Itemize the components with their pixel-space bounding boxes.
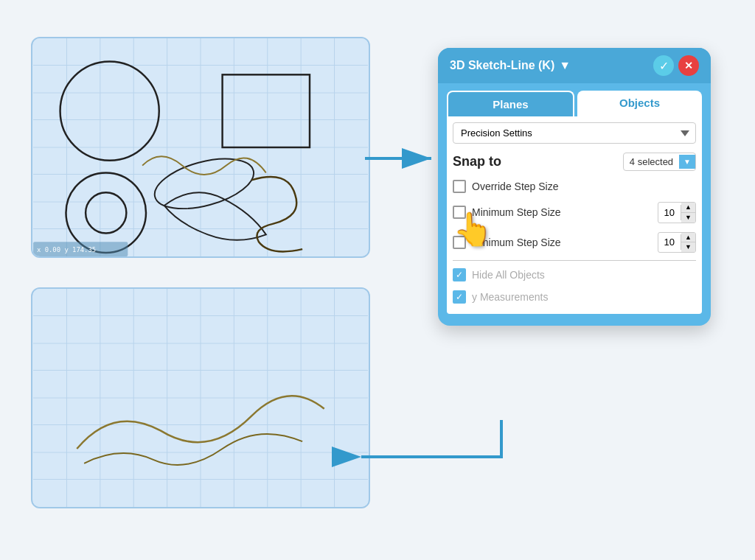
close-icon: ✕ [684,60,693,71]
snap-to-label: Snap to [453,154,501,169]
svg-text:x 0.00  y 174.35: x 0.00 y 174.35 [37,246,96,253]
close-button[interactable]: ✕ [678,55,699,76]
snap-badge-dropdown-icon: ▼ [679,155,695,169]
minimum-step-size-1-up-button[interactable]: ▲ [681,203,695,213]
top-canvas-panel: x 0.00 y 174.35 [31,37,370,258]
minimum-step-size-2-checkbox[interactable] [453,236,466,249]
precision-settings-row: Precision Settins [453,122,696,144]
override-step-size-checkbox[interactable] [453,180,466,193]
show-measurements-label: y Measurements [472,291,696,303]
panel-title: 3D Sketch-Line (K) ▼ [450,59,571,72]
minimum-step-size-1-checkbox[interactable] [453,206,466,219]
main-container: x 0.00 y 174.35 [0,0,755,560]
option-override-step-size: Override Step Size [453,175,696,197]
minimum-step-size-1-down-button[interactable]: ▼ [681,213,695,223]
left-panels: x 0.00 y 174.35 [31,37,370,508]
minimum-step-size-2-up-button[interactable]: ▲ [681,233,695,243]
tab-objects[interactable]: Objects [577,91,702,116]
tab-planes[interactable]: Planes [447,91,574,116]
hide-all-objects-label: Hide All Objects [472,269,696,281]
options-divider [453,260,696,261]
precision-settings-select[interactable]: Precision Settins [453,122,696,144]
panel-body: Precision Settins Snap to 4 selected ▼ O… [447,116,702,314]
bottom-canvas-panel [31,287,370,508]
panel-bottom-padding [438,314,711,326]
confirm-icon: ✓ [659,59,669,73]
tool-panel: 3D Sketch-Line (K) ▼ ✓ ✕ Planes Objects [438,48,711,326]
minimum-step-size-2-spinner-buttons: ▲ ▼ [681,233,695,253]
minimum-step-size-2-spinner[interactable]: 10 ▲ ▼ [658,232,696,253]
snap-badge-text: 4 selected [624,153,679,170]
confirm-button[interactable]: ✓ [653,55,674,76]
tabs-row: Planes Objects [438,83,711,116]
options-list: Override Step Size Minimum Step Size 10 … [453,175,696,308]
minimum-step-size-2-down-button[interactable]: ▼ [681,242,695,252]
hide-all-objects-checkbox[interactable] [453,268,466,281]
minimum-step-size-1-spinner[interactable]: 10 ▲ ▼ [658,202,696,223]
tab-planes-label: Planes [493,98,528,111]
show-measurements-checkbox[interactable] [453,290,466,304]
minimum-step-size-2-label: Minimum Step Size [472,237,652,248]
minimum-step-size-1-label: Minimum Step Size [472,206,652,218]
minimum-step-size-2-value: 10 [658,234,681,250]
minimum-step-size-1-spinner-buttons: ▲ ▼ [681,203,695,223]
panel-header-actions: ✓ ✕ [653,55,699,76]
option-minimum-step-size-1: Minimum Step Size 10 ▲ ▼ [453,197,696,228]
panel-header: 3D Sketch-Line (K) ▼ ✓ ✕ [438,48,711,83]
panel-title-text: 3D Sketch-Line (K) [450,59,554,72]
option-show-measurements: y Measurements [453,286,696,308]
minimum-step-size-1-value: 10 [658,205,681,220]
tab-objects-label: Objects [619,97,660,109]
snap-to-badge[interactable]: 4 selected ▼ [623,153,696,171]
option-minimum-step-size-2: Minimum Step Size 10 ▲ ▼ [453,228,696,258]
override-step-size-label: Override Step Size [472,181,696,192]
snap-to-row: Snap to 4 selected ▼ [453,148,696,175]
option-hide-all-objects: Hide All Objects [453,264,696,286]
panel-title-dropdown-icon[interactable]: ▼ [559,59,571,72]
